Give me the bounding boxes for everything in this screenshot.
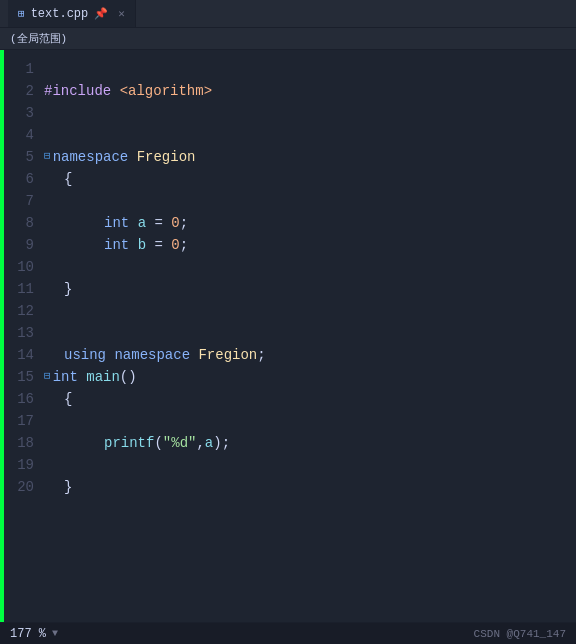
line-num-3: 3 [12,102,34,124]
code-line-10 [44,256,568,278]
string-format: "%d" [163,432,197,454]
line-num-10: 10 [12,256,34,278]
code-line-1 [44,58,568,80]
code-line-5: ⊟ namespace Fregion [44,146,568,168]
pin-icon: 📌 [94,7,108,20]
line-num-14: 14 [12,344,34,366]
code-line-18: printf ( "%d" , a ); [44,432,568,454]
line-num-5: 5 [12,146,34,168]
line-num-4: 4 [12,124,34,146]
tab-filename: text.cpp [31,7,89,21]
title-bar: ⊞ text.cpp 📌 ✕ [0,0,576,28]
line-numbers: 1 2 3 4 5 6 7 8 9 10 11 12 13 14 15 16 1… [4,50,40,622]
func-main: main [86,366,120,388]
code-include: #include [44,80,111,102]
line-num-11: 11 [12,278,34,300]
line-num-13: 13 [12,322,34,344]
fold-marker-namespace[interactable]: ⊟ [44,148,51,166]
zoom-level[interactable]: 177 % [10,627,46,641]
line-num-20: 20 [12,476,34,498]
line-num-9: 9 [12,234,34,256]
code-area[interactable]: #include <algorithm> ⊟ namespace Fregion… [40,50,576,622]
code-line-6: { [44,168,568,190]
line-num-6: 6 [12,168,34,190]
close-tab-button[interactable]: ✕ [118,7,125,20]
line-num-12: 12 [12,300,34,322]
namespace-name-fregion: Fregion [137,146,196,168]
code-line-19 [44,454,568,476]
line-num-16: 16 [12,388,34,410]
kw-using: using [64,344,106,366]
line-num-18: 18 [12,432,34,454]
kw-int-a: int [104,212,129,234]
code-line-7 [44,190,568,212]
code-line-13 [44,322,568,344]
editor: 1 2 3 4 5 6 7 8 9 10 11 12 13 14 15 16 1… [0,50,576,622]
code-algo: <algorithm> [120,80,212,102]
ns-fregion-2: Fregion [198,344,257,366]
line-num-2: 2 [12,80,34,102]
line-num-1: 1 [12,58,34,80]
code-line-9: int b = 0 ; [44,234,568,256]
code-line-20: } [44,476,568,498]
breadcrumb: (全局范围) [10,33,67,45]
line-num-7: 7 [12,190,34,212]
var-b: b [138,234,146,256]
zoom-dropdown-icon[interactable]: ▼ [52,628,58,639]
code-line-16: { [44,388,568,410]
kw-int-main: int [53,366,78,388]
fold-marker-main[interactable]: ⊟ [44,368,51,386]
kw-namespace-2: namespace [114,344,190,366]
status-left: 177 % ▼ [10,627,58,641]
code-line-14: using namespace Fregion ; [44,344,568,366]
line-num-15: 15 [12,366,34,388]
kw-namespace-1: namespace [53,146,129,168]
file-icon: ⊞ [18,7,25,20]
code-line-15: ⊟ int main () [44,366,568,388]
code-line-17 [44,410,568,432]
func-printf: printf [104,432,154,454]
val-zero-a: 0 [171,212,179,234]
editor-tab[interactable]: ⊞ text.cpp 📌 ✕ [8,0,136,27]
code-line-4 [44,124,568,146]
status-bar: 177 % ▼ CSDN @Q741_147 [0,622,576,644]
code-line-2: #include <algorithm> [44,80,568,102]
kw-int-b: int [104,234,129,256]
code-line-12 [44,300,568,322]
line-num-19: 19 [12,454,34,476]
code-line-8: int a = 0 ; [44,212,568,234]
val-zero-b: 0 [171,234,179,256]
code-line-11: } [44,278,568,300]
var-a: a [138,212,146,234]
status-watermark: CSDN @Q741_147 [474,628,566,640]
line-num-8: 8 [12,212,34,234]
breadcrumb-bar: (全局范围) [0,28,576,50]
line-num-17: 17 [12,410,34,432]
arg-a: a [205,432,213,454]
code-line-3 [44,102,568,124]
